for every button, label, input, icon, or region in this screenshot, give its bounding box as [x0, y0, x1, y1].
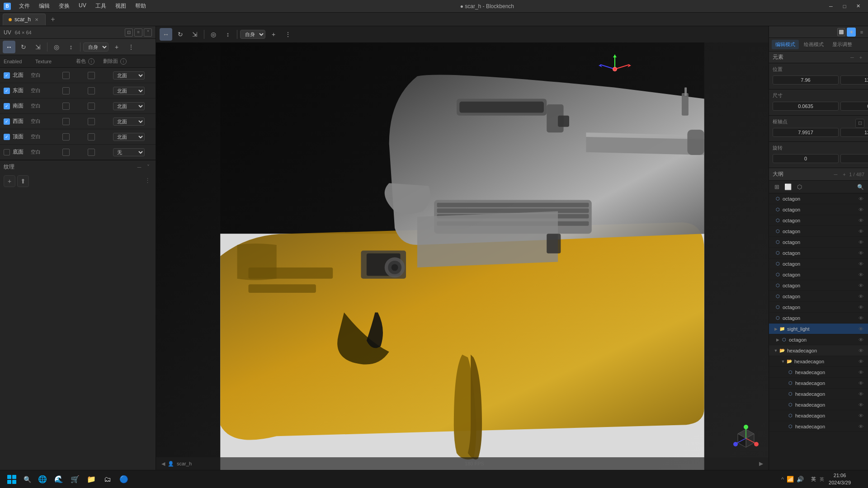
outline-add-mesh-btn[interactable]: ⬡ [794, 182, 804, 192]
uv-chevron-button[interactable]: ˅ [144, 28, 152, 37]
taskbar-explorer-button[interactable]: 📁 [84, 472, 99, 487]
outline-add-cube-btn[interactable]: ⬜ [783, 182, 793, 192]
vp-view-mode-select[interactable]: 自身 [240, 30, 265, 39]
outline-item-eye[interactable]: 👁 [857, 423, 864, 430]
outline-item[interactable]: ⬡ octagon 👁 [769, 291, 868, 302]
vp-tool-scale[interactable]: ⇲ [189, 28, 201, 41]
size-y[interactable] [840, 102, 868, 111]
color-info-icon[interactable]: i [88, 58, 94, 65]
pivot-x[interactable] [773, 128, 839, 137]
menu-view[interactable]: 视图 [112, 1, 130, 11]
taskbar-search-button[interactable]: 🔍 [20, 472, 34, 487]
face-row-top[interactable]: 顶面 空白 北面 [0, 129, 156, 145]
outline-item-eye[interactable]: 👁 [857, 380, 864, 387]
rotation-x[interactable] [773, 154, 839, 163]
outline-item-eye[interactable]: 👁 [857, 239, 864, 246]
face-south-direction[interactable]: 北面 [113, 102, 145, 110]
uv-equals-button[interactable]: = [134, 28, 142, 37]
outline-item[interactable]: ⬡ hexadecagon 👁 [769, 421, 868, 432]
outline-item[interactable]: ⬡ octagon 👁 [769, 237, 868, 248]
face-row-east[interactable]: 东面 空白 北面 [0, 83, 156, 99]
outline-item-eye[interactable]: 👁 [857, 195, 864, 202]
taskbar-edge-button[interactable]: 🌊 [52, 472, 66, 487]
face-row-bottom[interactable]: 底面 空白 无 [0, 145, 156, 160]
vp-tool-move[interactable]: ↔ [160, 28, 172, 41]
face-north-direction[interactable]: 北面 [113, 71, 145, 80]
taskbar-app-button[interactable]: 🔵 [117, 472, 131, 487]
tab-scar-h[interactable]: scar_h ✕ [3, 14, 46, 25]
face-west-delete[interactable] [88, 118, 95, 125]
outline-item-eye[interactable]: 👁 [857, 358, 864, 365]
uv-tool-more[interactable]: ⋮ [125, 41, 137, 53]
outline-expand-btn[interactable]: + [840, 171, 848, 178]
face-east-delete[interactable] [88, 87, 95, 94]
menu-help[interactable]: 帮助 [132, 1, 150, 11]
outline-item[interactable]: ⬡ octagon 👁 [769, 215, 868, 226]
taskbar-widgets-button[interactable]: 🌐 [35, 472, 50, 487]
outline-item[interactable]: ⬡ hexadecagon 👁 [769, 367, 868, 378]
outline-item[interactable]: ⬡ octagon 👁 [769, 269, 868, 280]
uv-resize-button[interactable]: ⊡ [125, 28, 133, 37]
outline-expand-btn[interactable]: ▶ [773, 326, 779, 332]
outline-item-eye[interactable]: 👁 [857, 390, 864, 398]
outline-item-hexadecagon-inner[interactable]: ▼ 📂 hexadecagon 👁 [769, 356, 868, 367]
menu-tools[interactable]: 工具 [92, 1, 110, 11]
face-row-north[interactable]: 北面 空白 北面 [0, 68, 156, 83]
outline-item-eye[interactable]: 👁 [857, 304, 864, 311]
face-east-color[interactable] [62, 87, 70, 94]
menu-transform[interactable]: 变换 [55, 1, 73, 11]
outline-expand-btn[interactable]: ▼ [773, 347, 779, 354]
outline-item-eye[interactable]: 👁 [857, 412, 864, 419]
outline-item-eye[interactable]: 👁 [857, 249, 864, 257]
uv-tool-uv-map[interactable]: ◎ [50, 41, 63, 53]
face-bottom-direction[interactable]: 无 [113, 148, 145, 156]
face-top-checkbox[interactable] [4, 134, 10, 140]
tab-close-button[interactable]: ✕ [33, 16, 40, 23]
taskbar-language-indicator[interactable]: 英 [809, 476, 818, 483]
outline-item[interactable]: ⬡ octagon 👁 [769, 313, 868, 324]
outline-item[interactable]: ⬡ octagon 👁 [769, 280, 868, 291]
maximize-button[interactable]: □ [838, 2, 851, 11]
outline-expand-btn[interactable]: ▶ [774, 337, 781, 343]
outline-item[interactable]: ⬡ octagon 👁 [769, 204, 868, 215]
face-west-checkbox[interactable] [4, 118, 10, 125]
right-panel-checkbox[interactable] [837, 28, 845, 36]
outline-item-eye[interactable]: 👁 [857, 293, 864, 300]
vp-more-button[interactable]: ⋮ [282, 28, 294, 41]
menu-file[interactable]: 文件 [15, 1, 33, 11]
minimize-button[interactable]: ─ [825, 2, 837, 11]
face-row-west[interactable]: 西面 空白 北面 [0, 114, 156, 129]
outline-item-hexadecagon-outer[interactable]: ▼ 📂 hexadecagon 👁 [769, 345, 868, 356]
face-top-direction[interactable]: 北面 [113, 133, 145, 141]
lighting-btn[interactable]: ☀ [847, 28, 856, 37]
face-east-checkbox[interactable] [4, 88, 10, 94]
face-north-color[interactable] [62, 72, 70, 79]
face-west-direction[interactable]: 北面 [113, 117, 145, 126]
display-mode-button[interactable]: 显示调整 [829, 40, 856, 49]
delete-info-icon[interactable]: i [120, 58, 127, 65]
taskbar-clock[interactable]: 21:06 2024/3/29 [826, 472, 854, 486]
outline-add-group-btn[interactable]: ⊞ [772, 182, 782, 192]
face-bottom-color[interactable] [62, 149, 70, 156]
outline-item-eye[interactable]: 👁 [857, 206, 864, 213]
position-x[interactable] [773, 75, 839, 84]
uv-tool-add[interactable]: + [110, 41, 123, 53]
elements-collapse-btn[interactable]: ─ [849, 54, 856, 61]
texture-add-button[interactable]: + [4, 175, 15, 187]
outline-item[interactable]: ⬡ hexadecagon 👁 [769, 399, 868, 410]
viewport-nav-next[interactable]: ▶ [759, 460, 763, 467]
outline-item[interactable]: ▶ ⬡ octagon 👁 [769, 334, 868, 345]
pivot-y[interactable] [840, 128, 868, 137]
texture-expand-btn[interactable]: ˅ [145, 164, 152, 171]
new-tab-button[interactable]: + [47, 14, 58, 25]
close-button[interactable]: ✕ [852, 2, 864, 11]
outline-item-sight-light[interactable]: ▶ 📁 sight_light 👁 [769, 324, 868, 334]
outline-item-eye[interactable]: 👁 [857, 282, 864, 289]
texture-collapse-btn[interactable]: ─ [136, 164, 143, 171]
face-south-color[interactable] [62, 103, 70, 110]
face-bottom-delete[interactable] [88, 149, 95, 156]
face-bottom-checkbox[interactable] [4, 149, 10, 155]
outline-collapse-btn[interactable]: ─ [832, 171, 839, 178]
vp-tool-rotate[interactable]: ↻ [174, 28, 187, 41]
uv-tool-flip[interactable]: ↕ [65, 41, 77, 53]
